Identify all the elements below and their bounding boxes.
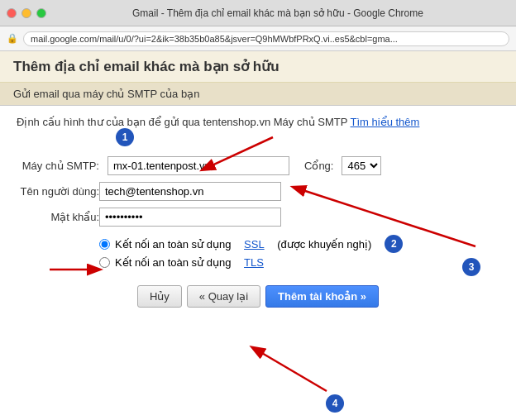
ssl-recommended: (được khuyến nghị) (277, 238, 371, 251)
radio-section: Kết nối an toàn sử dụng SSL (được khuyến… (99, 235, 499, 269)
cancel-button[interactable]: Hủy (137, 285, 182, 308)
address-bar: 🔒 mail.google.com/mail/u/0/?ui=2&ik=38b3… (0, 26, 516, 51)
page-title: Thêm địa chỉ email khác mà bạn sở hữu (13, 58, 503, 75)
tls-row: Kết nối an toàn sử dụng TLS (99, 256, 499, 269)
section-header: Gửi email qua máy chủ SMTP của bạn (0, 83, 516, 106)
maximize-button[interactable] (36, 8, 46, 18)
learn-more-link[interactable]: Tìm hiểu thêm (351, 116, 420, 128)
tls-radio[interactable] (99, 257, 110, 268)
smtp-row: Máy chủ SMTP: Cổng: 465 587 25 (17, 156, 499, 175)
ssl-link[interactable]: SSL (244, 238, 265, 251)
password-label: Mật khẩu: (17, 211, 99, 223)
minimize-button[interactable] (22, 8, 31, 18)
add-account-button[interactable]: Thêm tài khoản » (265, 285, 379, 308)
tls-label: Kết nối an toàn sử dụng (115, 256, 231, 269)
port-label: Cổng: (304, 160, 333, 172)
svg-text:4: 4 (332, 398, 338, 409)
content-wrapper: Định cấu hình thư của bạn để gửi qua ten… (0, 106, 516, 420)
badge-1: 1 (116, 128, 134, 146)
ssl-label: Kết nối an toàn sử dụng (115, 238, 231, 251)
page-content: Thêm địa chỉ email khác mà bạn sở hữu Gử… (0, 51, 516, 420)
lock-icon: 🔒 (7, 33, 18, 44)
url-bar[interactable]: mail.google.com/mail/u/0/?ui=2&ik=38b35b… (23, 31, 509, 46)
username-row: Tên người dùng: (17, 182, 499, 201)
password-input[interactable] (99, 208, 281, 227)
svg-line-6 (256, 350, 327, 391)
username-input[interactable] (99, 182, 281, 201)
port-select[interactable]: 465 587 25 (342, 156, 381, 175)
username-label: Tên người dùng: (17, 185, 99, 198)
window-title: Gmail - Thêm địa chỉ email khác mà bạn s… (46, 7, 509, 19)
button-row: Hủy « Quay lại Thêm tài khoản » (17, 285, 499, 308)
form-area: Định cấu hình thư của bạn để gửi qua ten… (0, 106, 516, 317)
back-button[interactable]: « Quay lại (187, 285, 260, 308)
smtp-input[interactable] (108, 156, 289, 175)
ssl-radio[interactable] (99, 239, 110, 250)
smtp-label: Máy chủ SMTP: (17, 160, 99, 172)
svg-point-7 (326, 394, 344, 413)
ssl-row: Kết nối an toàn sử dụng SSL (được khuyến… (99, 235, 499, 253)
close-button[interactable] (7, 8, 17, 18)
info-line: Định cấu hình thư của bạn để gửi qua ten… (17, 116, 499, 146)
tls-link[interactable]: TLS (244, 256, 264, 269)
title-bar: Gmail - Thêm địa chỉ email khác mà bạn s… (0, 0, 516, 26)
password-row: Mật khẩu: (17, 208, 499, 227)
badge-2: 2 (385, 235, 403, 253)
page-header: Thêm địa chỉ email khác mà bạn sở hữu (0, 51, 516, 83)
